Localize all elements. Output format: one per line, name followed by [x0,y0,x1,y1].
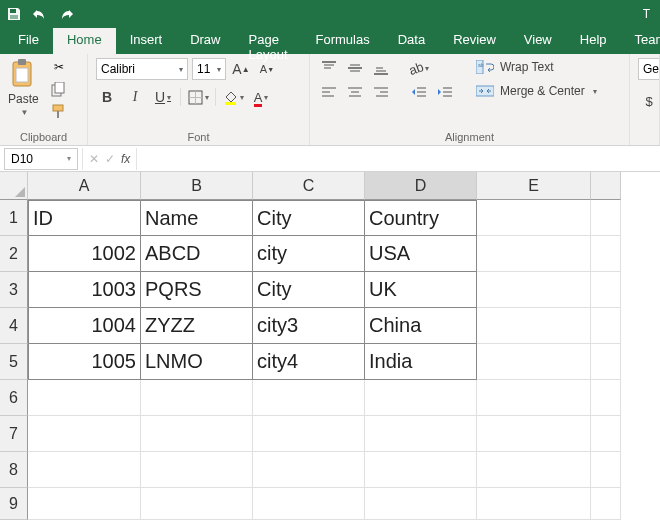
tab-help[interactable]: Help [566,28,621,54]
tab-view[interactable]: View [510,28,566,54]
column-header-partial[interactable] [591,172,621,200]
column-header-b[interactable]: B [141,172,253,200]
cut-button[interactable]: ✂ [49,58,69,76]
tab-data[interactable]: Data [384,28,439,54]
align-top-button[interactable] [318,58,340,78]
cell-a4[interactable]: 1004 [28,308,141,344]
column-header-c[interactable]: C [253,172,365,200]
cell-a9[interactable] [28,488,141,520]
tab-team[interactable]: Team [621,28,660,54]
cell-f3[interactable] [591,272,621,308]
wrap-text-button[interactable]: ab Wrap Text [472,58,601,76]
cell-f9[interactable] [591,488,621,520]
cell-c3[interactable]: City [253,272,365,308]
cell-d4[interactable]: China [365,308,477,344]
cell-b5[interactable]: LNMO [141,344,253,380]
cell-c1[interactable]: City [253,200,365,236]
column-header-d[interactable]: D [365,172,477,200]
font-name-select[interactable]: Calibri▾ [96,58,188,80]
font-size-select[interactable]: 11▾ [192,58,226,80]
cell-c9[interactable] [253,488,365,520]
row-header-3[interactable]: 3 [0,272,28,308]
align-right-button[interactable] [370,82,392,102]
cell-e7[interactable] [477,416,591,452]
cell-e6[interactable] [477,380,591,416]
cell-f6[interactable] [591,380,621,416]
cell-f4[interactable] [591,308,621,344]
cell-f8[interactable] [591,452,621,488]
cell-f1[interactable] [591,200,621,236]
cell-a3[interactable]: 1003 [28,272,141,308]
fx-button[interactable]: fx [121,152,130,166]
number-format-select[interactable]: Ge [638,58,660,80]
orientation-button[interactable]: ab▾ [408,58,430,78]
row-header-5[interactable]: 5 [0,344,28,380]
currency-button[interactable]: $ [638,90,660,112]
copy-button[interactable] [49,80,69,98]
cell-d9[interactable] [365,488,477,520]
align-bottom-button[interactable] [370,58,392,78]
cell-b6[interactable] [141,380,253,416]
formula-input[interactable] [137,148,660,170]
cell-c4[interactable]: city3 [253,308,365,344]
format-painter-button[interactable] [49,102,69,120]
increase-indent-button[interactable] [434,82,456,102]
cell-e1[interactable] [477,200,591,236]
cell-e2[interactable] [477,236,591,272]
row-header-9[interactable]: 9 [0,488,28,520]
undo-icon[interactable] [32,7,48,21]
tab-formulas[interactable]: Formulas [302,28,384,54]
cell-d1[interactable]: Country [365,200,477,236]
column-header-a[interactable]: A [28,172,141,200]
cell-d8[interactable] [365,452,477,488]
tab-review[interactable]: Review [439,28,510,54]
cell-d6[interactable] [365,380,477,416]
cell-f2[interactable] [591,236,621,272]
bold-button[interactable]: B [96,86,118,108]
cell-a7[interactable] [28,416,141,452]
redo-icon[interactable] [58,7,74,21]
cell-a1[interactable]: ID [28,200,141,236]
cell-e9[interactable] [477,488,591,520]
column-header-e[interactable]: E [477,172,591,200]
cancel-formula-button[interactable]: ✕ [89,152,99,166]
cell-c5[interactable]: city4 [253,344,365,380]
select-all-corner[interactable] [0,172,28,200]
row-header-6[interactable]: 6 [0,380,28,416]
cell-f5[interactable] [591,344,621,380]
increase-font-button[interactable]: A▲ [230,58,252,80]
cell-a2[interactable]: 1002 [28,236,141,272]
cell-c2[interactable]: city [253,236,365,272]
cell-b3[interactable]: PQRS [141,272,253,308]
cell-b8[interactable] [141,452,253,488]
tab-page-layout[interactable]: Page Layout [235,28,302,54]
cell-e3[interactable] [477,272,591,308]
align-middle-button[interactable] [344,58,366,78]
align-center-button[interactable] [344,82,366,102]
merge-center-button[interactable]: Merge & Center ▾ [472,82,601,100]
cell-c6[interactable] [253,380,365,416]
cell-b7[interactable] [141,416,253,452]
cell-a6[interactable] [28,380,141,416]
tab-home[interactable]: Home [53,28,116,54]
tab-draw[interactable]: Draw [176,28,234,54]
font-color-button[interactable]: A▾ [250,86,272,108]
cell-d5[interactable]: India [365,344,477,380]
fill-color-button[interactable]: ▾ [222,86,244,108]
cell-a5[interactable]: 1005 [28,344,141,380]
italic-button[interactable]: I [124,86,146,108]
cell-b1[interactable]: Name [141,200,253,236]
cell-d7[interactable] [365,416,477,452]
row-header-7[interactable]: 7 [0,416,28,452]
cell-a8[interactable] [28,452,141,488]
save-icon[interactable] [6,6,22,22]
cell-e4[interactable] [477,308,591,344]
cell-b4[interactable]: ZYZZ [141,308,253,344]
row-header-8[interactable]: 8 [0,452,28,488]
cell-c7[interactable] [253,416,365,452]
cell-f7[interactable] [591,416,621,452]
cell-b9[interactable] [141,488,253,520]
cell-e5[interactable] [477,344,591,380]
underline-button[interactable]: U▾ [152,86,174,108]
borders-button[interactable]: ▾ [187,86,209,108]
